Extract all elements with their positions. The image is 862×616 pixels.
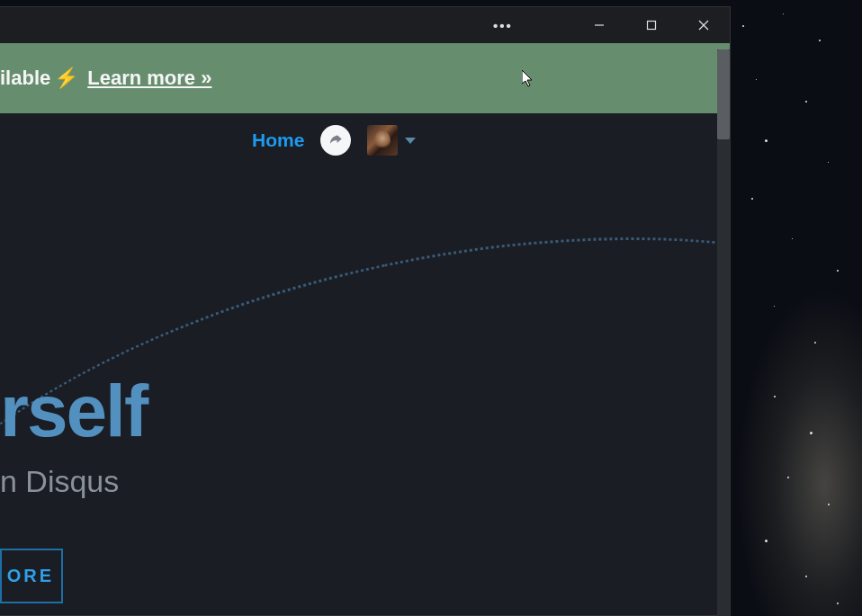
vertical-scrollbar[interactable] [717, 49, 730, 616]
learn-more-link[interactable]: Learn more » [87, 67, 211, 90]
scrollbar-thumb[interactable] [717, 49, 730, 139]
svg-rect-1 [648, 22, 656, 30]
home-link[interactable]: Home [252, 129, 304, 151]
minimize-button[interactable] [573, 7, 625, 43]
banner-text: ilable [0, 67, 50, 90]
maximize-button[interactable] [625, 7, 678, 43]
app-window: ••• ilable ⚡ Learn more » Home rself n D… [0, 6, 731, 616]
share-arrow-icon [328, 132, 344, 148]
announcement-banner: ilable ⚡ Learn more » [0, 43, 730, 113]
hero-subtitle: n Disqus [0, 464, 119, 499]
more-options-button[interactable]: ••• [0, 18, 513, 33]
lightning-icon: ⚡ [54, 67, 78, 90]
top-nav: Home [0, 113, 730, 167]
hero-title: rself [0, 369, 147, 453]
user-avatar [367, 125, 398, 156]
milky-way-glow [736, 288, 862, 616]
main-content: rself n Disqus ORE [0, 167, 730, 615]
hero-cta-button[interactable]: ORE [0, 549, 63, 603]
window-titlebar: ••• [0, 7, 730, 43]
user-menu-dropdown[interactable] [367, 125, 416, 156]
messages-icon[interactable] [320, 125, 351, 156]
close-button[interactable] [678, 7, 730, 43]
chevron-down-icon [405, 138, 416, 144]
